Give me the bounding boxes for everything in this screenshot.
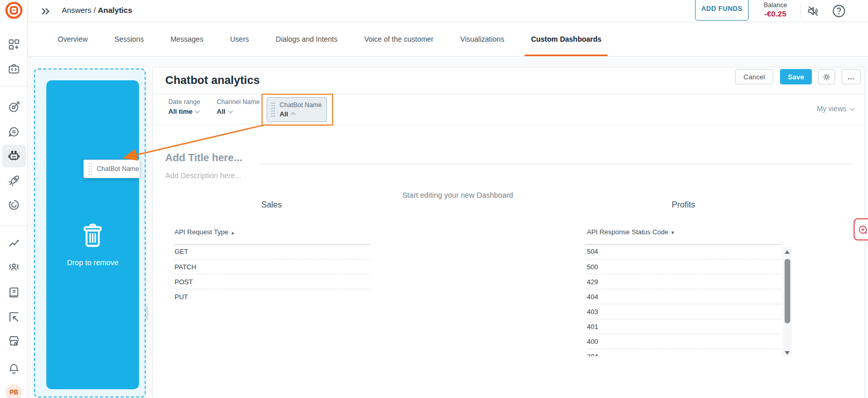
save-button[interactable]: Save <box>780 69 812 84</box>
notifications-bell-icon[interactable] <box>7 362 21 375</box>
column-label: API Response Status Code <box>587 228 668 236</box>
sales-table-rows: GETPATCHPOSTPUT <box>175 244 370 306</box>
app-sidebar: PB <box>0 0 28 398</box>
table-row: 304 <box>587 349 782 356</box>
add-funds-button[interactable]: ADD FUNDS <box>695 0 749 21</box>
channel-name-filter[interactable]: Channel Name All <box>217 98 259 115</box>
header-divider <box>153 94 864 94</box>
widget-title-sales: Sales <box>173 200 370 210</box>
my-views-dropdown[interactable]: My views <box>817 105 854 113</box>
table-row: 429 <box>587 274 782 289</box>
dashboard-title-field[interactable]: Add Title here... <box>165 152 242 164</box>
chevron-down-icon <box>228 108 233 113</box>
breadcrumb-prefix: Answers / <box>62 6 98 14</box>
table-row: 400 <box>587 334 782 349</box>
sidebar-divider <box>0 86 28 86</box>
help-icon[interactable] <box>832 4 846 18</box>
drag-handle-icon <box>88 163 93 175</box>
exchange-swirl-icon[interactable] <box>7 198 21 212</box>
sort-desc-icon: ▼ <box>670 230 675 235</box>
analytics-chart-icon[interactable] <box>7 236 21 249</box>
chatbot-name-filter-pill[interactable]: ChatBot Name All <box>267 97 327 122</box>
table-row: 401 <box>587 319 782 334</box>
filter-value: All <box>217 108 225 115</box>
table-row: PATCH <box>175 259 370 274</box>
tab-visualizations[interactable]: Visualizations <box>454 22 510 56</box>
table-row: 504 <box>587 244 782 259</box>
answers-bot-icon[interactable] <box>7 149 21 163</box>
scroll-down-icon[interactable] <box>785 351 790 355</box>
trash-icon <box>81 221 105 249</box>
tab-dialogs-and-intents[interactable]: Dialogs and Intents <box>270 22 344 56</box>
table-row: GET <box>175 244 370 259</box>
conversations-icon[interactable] <box>7 125 21 139</box>
table-row: 404 <box>587 289 782 304</box>
page-title: Chatbot analytics <box>165 74 259 87</box>
widget-title-profits: Profits <box>585 200 782 210</box>
drop-zone-inner[interactable]: Drop to remove <box>46 80 139 389</box>
sidebar-divider <box>0 226 28 226</box>
dashboard-panel: Chatbot analytics Cancel Save ... Date r… <box>152 67 865 398</box>
drop-zone-message: Drop to remove <box>46 258 139 267</box>
date-range-filter[interactable]: Date range All time <box>168 98 200 115</box>
chatbot-name-chip[interactable]: ChatBot Name <box>83 160 140 178</box>
top-bar: Answers / Analytics ADD FUNDS Balance -€… <box>28 0 868 22</box>
table-row: 500 <box>587 259 782 274</box>
breadcrumb[interactable]: Answers / Analytics <box>62 6 132 14</box>
balance-display: Balance -€0.25 <box>755 2 796 18</box>
infobip-logo-icon[interactable] <box>5 1 23 20</box>
apps-add-icon[interactable] <box>7 38 21 51</box>
tab-messages[interactable]: Messages <box>164 22 210 56</box>
filter-label: Channel Name <box>217 98 259 106</box>
tab-overview[interactable]: Overview <box>51 22 94 56</box>
filter-row-divider <box>153 124 864 125</box>
sales-column-header[interactable]: API Request Type▲ <box>175 228 235 236</box>
panel-scroll-nub[interactable] <box>146 306 148 320</box>
profits-scrollbar[interactable] <box>783 247 792 357</box>
exit-corner-icon[interactable] <box>7 310 21 324</box>
empty-dashboard-hint: Start editing your new Dashboard <box>396 191 519 199</box>
drop-to-remove-zone[interactable]: Drop to remove <box>34 68 146 397</box>
table-row: PUT <box>175 289 370 304</box>
chip-label: ChatBot Name <box>97 165 139 172</box>
filter-label: Date range <box>168 98 200 106</box>
profits-table-rows: 504500429404403401400304 <box>587 244 782 356</box>
launch-rocket-icon[interactable] <box>7 174 21 187</box>
settings-gear-button[interactable] <box>818 69 835 84</box>
column-label: API Request Type <box>175 228 229 236</box>
moments-target-icon[interactable] <box>7 100 21 114</box>
scrollbar-thumb[interactable] <box>785 259 790 323</box>
chat-sparkle-icon <box>857 224 868 235</box>
balance-label: Balance <box>755 2 796 9</box>
breadcrumb-current: Analytics <box>98 6 132 14</box>
table-row: POST <box>175 274 370 289</box>
cancel-button[interactable]: Cancel <box>735 69 773 84</box>
filter-value: All <box>280 110 288 118</box>
tab-voice-of-the-customer[interactable]: Voice of the customer <box>358 22 440 56</box>
sort-asc-icon: ▲ <box>231 230 235 235</box>
expand-sidebar-icon[interactable] <box>39 5 53 18</box>
dashboard-description-field[interactable]: Add Description here... <box>165 171 241 180</box>
profits-column-header[interactable]: API Response Status Code▼ <box>587 228 675 236</box>
filter-label: ChatBot Name <box>280 101 322 109</box>
my-views-label: My views <box>817 105 846 113</box>
scroll-up-icon[interactable] <box>785 250 790 254</box>
title-underline <box>259 164 852 164</box>
ai-assistant-button[interactable] <box>854 218 868 240</box>
filter-value: All time <box>168 108 193 115</box>
analytics-tabs: Overview Sessions Messages Users Dialogs… <box>28 22 868 57</box>
app-window: PB Answers / Analytics ADD FUNDS Balance… <box>0 0 868 398</box>
more-options-button[interactable]: ... <box>842 69 861 84</box>
user-avatar[interactable]: PB <box>6 384 22 398</box>
tab-users[interactable]: Users <box>224 22 255 56</box>
tab-sessions[interactable]: Sessions <box>108 22 150 56</box>
catalog-book-icon[interactable] <box>7 286 21 299</box>
drag-handle-icon <box>271 102 275 117</box>
chevron-down-icon <box>195 108 200 113</box>
chevron-down-icon <box>850 106 855 111</box>
sound-muted-icon[interactable] <box>806 4 820 18</box>
tab-custom-dashboards[interactable]: Custom Dashboards <box>525 22 607 56</box>
dev-tools-icon[interactable] <box>7 62 21 76</box>
people-icon[interactable] <box>7 261 21 274</box>
storefront-icon[interactable] <box>7 334 21 348</box>
